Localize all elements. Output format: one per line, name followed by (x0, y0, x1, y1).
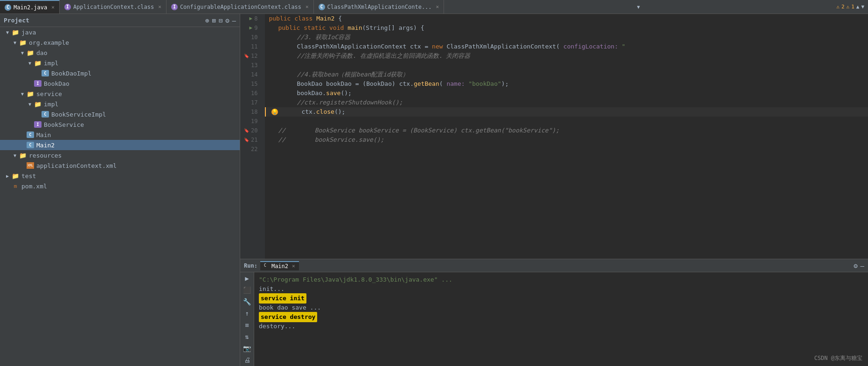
tree-test-folder[interactable]: ▶ 📁 test (0, 171, 240, 181)
gear-icon-run[interactable]: ⚙ (854, 262, 857, 269)
folder-icon-5: 📁 (27, 90, 34, 97)
tree-impl-service-folder[interactable]: ▼ 📁 impl (0, 99, 240, 109)
tree-item-label-impl: impl (44, 60, 58, 67)
tab-close-2[interactable]: ✕ (306, 4, 309, 10)
code-line-17: //ctx.registerShutdownHook(); (265, 98, 868, 107)
line-num-13: 13 (244, 61, 260, 70)
tree-java-folder[interactable]: ▼ 📁 java (0, 27, 240, 37)
tab-overflow-button[interactable]: ▾ (632, 2, 645, 11)
tree-item-label-dao: dao (36, 49, 47, 56)
code-content[interactable]: public class Main2 { public static void … (265, 14, 868, 259)
pom-file-icon: m (14, 183, 17, 189)
chevron-down-icon-3: ▼ (19, 50, 26, 55)
tab-close-main2[interactable]: ✕ (51, 4, 55, 10)
tree-service-folder[interactable]: ▼ 📁 service (0, 89, 240, 99)
run-filter-icon[interactable]: ≡ (242, 321, 252, 330)
folder-icon-4: 📁 (34, 60, 42, 67)
collapse-all-icon[interactable]: ⊞ (212, 17, 215, 24)
warning-triangle-icon: ⚠ (836, 4, 840, 10)
tree-item-label-impl-service: impl (44, 101, 58, 108)
tree-item-label-main2: Main2 (36, 142, 55, 149)
tree-item-label-resources: resources (29, 152, 62, 159)
line-numbers: ▶ 8 ▶ 9 10 11 🔖 12 13 14 15 (240, 14, 265, 259)
run-wrench-icon[interactable]: 🔧 (242, 297, 252, 306)
run-filter2-icon[interactable]: ⇅ (242, 332, 252, 341)
tab-classpath-xml[interactable]: C ClassPathXmlApplicationConte... ✕ (314, 0, 444, 14)
line-num-8: ▶ 8 (244, 14, 260, 23)
line-num-14: 14 (244, 70, 260, 79)
right-panel: ▶ 8 ▶ 9 10 11 🔖 12 13 14 15 (240, 14, 868, 366)
gear-icon[interactable]: ⚙ (225, 17, 229, 24)
run-arrow-8[interactable]: ▶ (250, 14, 253, 23)
run-print-icon[interactable]: 🖨 (242, 355, 252, 364)
output-line-5: service destroy (259, 312, 863, 322)
tab-bar: C Main2.java ✕ I ApplicationContext.clas… (0, 0, 868, 14)
tree-pom-xml[interactable]: m pom.xml (0, 181, 240, 191)
tree-applicationcontext-xml[interactable]: XML applicationContext.xml (0, 160, 240, 171)
i-file-icon-2: I (171, 4, 178, 10)
warning-count-2: 1 (851, 4, 854, 10)
run-stop-button[interactable]: ⬛ (242, 286, 252, 295)
chevron-down-icon-5: ▼ (19, 91, 26, 97)
code-line-9: public static void main(String[] args) { (265, 23, 868, 33)
run-scroll-up-icon[interactable]: ↑ (242, 309, 252, 318)
tree-main2[interactable]: C Main2 (0, 140, 240, 150)
code-line-20: // BookService bookService = (BookServic… (265, 126, 868, 135)
sidebar-toolbar: ⊕ ⊞ ⊟ ⚙ — (205, 17, 236, 24)
output-text-book-dao: book dao save ... (259, 303, 321, 312)
tree-main[interactable]: C Main (0, 130, 240, 140)
code-line-14: //4.获取bean（根据bean配置id获取） (265, 70, 868, 79)
run-tab-close[interactable]: ✕ (292, 263, 295, 269)
code-line-8: public class Main2 { (265, 14, 868, 23)
tree-bookdao[interactable]: I BookDao (0, 78, 240, 89)
tab-close-1[interactable]: ✕ (158, 4, 161, 10)
c-file-icon-bookdaoimpl: C (42, 70, 49, 76)
code-line-22 (265, 145, 868, 154)
tree-resources-folder[interactable]: ▼ 📁 resources (0, 150, 240, 160)
line-num-12: 🔖 12 (244, 51, 260, 61)
output-text-destory: destory... (259, 322, 295, 331)
tree-item-label-2: org.example (29, 39, 69, 46)
tab-close-3[interactable]: ✕ (436, 4, 439, 10)
folder-icon-2: 📁 (19, 39, 27, 46)
code-area[interactable]: ▶ 8 ▶ 9 10 11 🔖 12 13 14 15 (240, 14, 868, 259)
tree-bookdaoimpl[interactable]: C BookDaoImpl (0, 68, 240, 78)
tab-label: ApplicationContext.class (73, 4, 154, 10)
tree-bookservice[interactable]: I BookService (0, 119, 240, 130)
line-num-16: 16 (244, 89, 260, 98)
tree-item-label-bookserviceimpl: BookServiceImpl (51, 111, 106, 118)
project-sidebar: Project ⊕ ⊞ ⊟ ⚙ — ▼ 📁 java ▼ 📁 org.examp… (0, 14, 240, 366)
tab-main2-java[interactable]: C Main2.java ✕ (0, 0, 60, 14)
watermark: CSDN @东离与糖宝 (814, 354, 862, 362)
editor: ▶ 8 ▶ 9 10 11 🔖 12 13 14 15 (240, 14, 868, 259)
code-line-16: bookDao.save(); (265, 89, 868, 98)
run-camera-icon[interactable]: 📷 (242, 344, 252, 352)
tree-bookserviceimpl[interactable]: C BookServiceImpl (0, 109, 240, 119)
run-output: "C:\Program Files\Java\jdk1.8.0_333\bin\… (254, 272, 868, 366)
run-tab-main2[interactable]: C Main2 ✕ (260, 261, 299, 270)
tree-impl-dao-folder[interactable]: ▼ 📁 impl (0, 58, 240, 68)
minimize-icon[interactable]: — (232, 17, 236, 24)
sidebar-title: Project (4, 17, 29, 24)
tree-dao-folder[interactable]: ▼ 📁 dao (0, 48, 240, 58)
run-arrow-9[interactable]: ▶ (250, 23, 253, 33)
minimize-run-icon[interactable]: — (861, 262, 864, 269)
lightbulb-icon[interactable]: 💡 (271, 109, 278, 115)
tab-conf-app-context[interactable]: I ConfigurableApplicationContext.class ✕ (167, 0, 314, 14)
tab-app-context[interactable]: I ApplicationContext.class ✕ (60, 0, 167, 14)
tree-org-example-folder[interactable]: ▼ 📁 org.example (0, 37, 240, 48)
line-num-18: 18 (244, 107, 260, 117)
target-icon[interactable]: ⊕ (205, 17, 209, 24)
chevron-down-icon-2: ▼ (11, 40, 19, 45)
sidebar-header: Project ⊕ ⊞ ⊟ ⚙ — (0, 14, 240, 27)
bookmark-icon-21: 🔖 (244, 135, 249, 145)
run-play-button[interactable]: ▶ (242, 274, 252, 283)
expand-all-icon[interactable]: ⊟ (219, 17, 222, 24)
warnings-chevron-down[interactable]: ▼ (861, 4, 864, 10)
tree-item-label-test: test (21, 173, 36, 180)
c-file-icon: C (5, 4, 11, 11)
i-file-icon-bookservice: I (34, 121, 42, 128)
warnings-chevron-up[interactable]: ▲ (856, 4, 860, 10)
tree-item-label-main: Main (36, 131, 51, 138)
run-panel-header: Run: C Main2 ✕ ⚙ — (240, 259, 868, 272)
